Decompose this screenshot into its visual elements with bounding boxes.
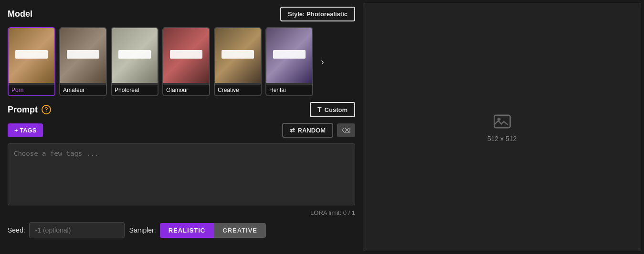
seed-input[interactable]: [29, 222, 125, 238]
model-card-porn-image: [9, 28, 54, 83]
prompt-title: Prompt: [8, 105, 38, 115]
model-card-porn-label: Porn: [9, 85, 54, 95]
model-card-glamour[interactable]: Glamour: [162, 27, 210, 96]
model-title: Model: [8, 9, 32, 19]
model-card-amateur-label: Amateur: [60, 85, 106, 95]
censor-bar-glamour: [170, 50, 202, 59]
model-card-porn[interactable]: Porn: [8, 27, 55, 96]
lora-limit: LORA limit: 0 / 1: [8, 209, 355, 216]
model-cards-next-button[interactable]: ›: [317, 54, 328, 69]
tags-button[interactable]: + TAGS: [8, 123, 43, 137]
preview-size-text: 512 x 512: [487, 135, 517, 142]
model-card-glamour-label: Glamour: [163, 85, 209, 95]
sampler-realistic-button[interactable]: REALISTIC: [160, 223, 214, 238]
model-header: Model Style: Photorealistic: [8, 7, 355, 21]
prompt-header: Prompt ? T Custom: [8, 102, 355, 117]
model-card-glamour-image: [163, 28, 209, 83]
custom-button-icon: T: [317, 106, 322, 113]
style-button[interactable]: Style: Photorealistic: [280, 7, 355, 21]
random-label: RANDOM: [298, 127, 326, 134]
model-card-photoreal-label: Photoreal: [112, 85, 158, 95]
model-card-amateur[interactable]: Amateur: [59, 27, 107, 96]
random-icon: ⇄: [290, 127, 295, 134]
seed-label: Seed:: [8, 226, 25, 234]
model-card-hentai-image: [266, 28, 312, 83]
prompt-help-icon[interactable]: ?: [42, 105, 51, 114]
model-card-amateur-image: [60, 28, 106, 83]
left-panel: Model Style: Photorealistic Porn Amateur…: [0, 0, 363, 254]
svg-point-1: [497, 117, 501, 121]
censor-bar-porn: [15, 50, 47, 59]
censor-bar-hentai: [273, 50, 305, 59]
model-card-creative-image: [215, 28, 261, 83]
custom-button[interactable]: T Custom: [310, 102, 355, 117]
right-panel: 512 x 512: [363, 3, 641, 251]
model-cards: Porn Amateur Photoreal Glamour Creative: [8, 27, 355, 96]
prompt-title-row: Prompt ?: [8, 105, 51, 115]
model-card-hentai-label: Hentai: [266, 85, 312, 95]
censor-bar-photoreal: [118, 50, 150, 59]
model-card-photoreal-image: [112, 28, 158, 83]
model-card-hentai[interactable]: Hentai: [265, 27, 313, 96]
clear-button[interactable]: ⌫: [337, 123, 355, 137]
sampler-buttons: REALISTIC CREATIVE: [160, 223, 266, 238]
censor-bar-amateur: [67, 50, 99, 59]
censor-bar-creative: [222, 50, 253, 59]
sampler-creative-button[interactable]: CREATIVE: [214, 223, 266, 238]
custom-button-label: Custom: [325, 106, 348, 113]
model-card-creative[interactable]: Creative: [214, 27, 262, 96]
prompt-controls: + TAGS ⇄ RANDOM ⌫: [8, 123, 355, 138]
bottom-row: Seed: Sampler: REALISTIC CREATIVE: [8, 222, 355, 238]
seed-section: Seed:: [8, 222, 125, 238]
random-button[interactable]: ⇄ RANDOM: [282, 123, 334, 138]
preview-placeholder-icon: [493, 112, 512, 131]
model-card-photoreal[interactable]: Photoreal: [111, 27, 158, 96]
clear-icon: ⌫: [342, 127, 350, 134]
sampler-label: Sampler:: [129, 226, 156, 234]
model-card-creative-label: Creative: [215, 85, 261, 95]
prompt-textarea[interactable]: [8, 143, 355, 205]
sampler-section: Sampler: REALISTIC CREATIVE: [129, 223, 266, 238]
